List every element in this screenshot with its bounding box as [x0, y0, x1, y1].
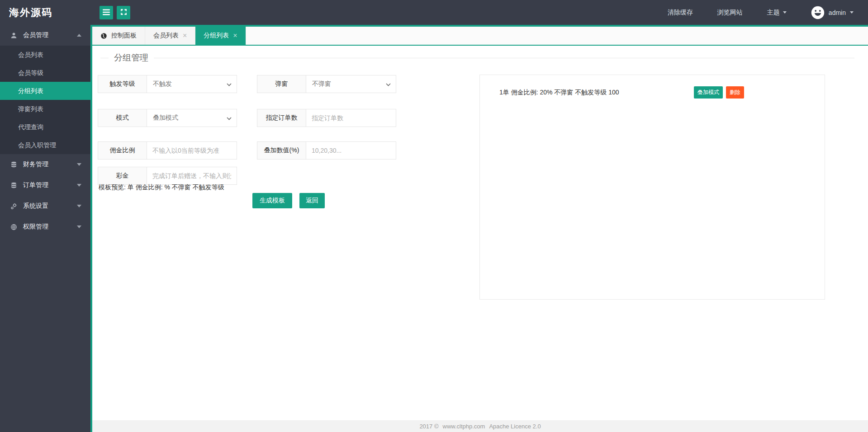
close-icon[interactable]: × — [183, 32, 187, 39]
hamburger-icon — [103, 9, 110, 17]
order-count-input[interactable] — [306, 109, 396, 127]
chevron-down-icon — [77, 225, 81, 228]
sidebar-subitem-member-onboarding[interactable]: 会员入职管理 — [0, 136, 90, 154]
tabbar: 控制面板 会员列表 × 分组列表 × — [92, 27, 868, 46]
field-label: 叠加数值(%) — [257, 142, 306, 159]
user-menu[interactable]: admin — [811, 6, 854, 19]
visit-site-link[interactable]: 浏览网站 — [717, 9, 743, 17]
footer-year: 2017 © — [419, 423, 438, 430]
back-button[interactable]: 返回 — [299, 193, 325, 208]
footer-site-link[interactable]: www.cltphp.com — [443, 423, 485, 430]
database-icon — [10, 182, 17, 189]
popup-select[interactable]: 不弹窗 — [306, 75, 396, 93]
template-list-panel: 1单 佣金比例: 20% 不弹窗 不触发等级 100 叠加模式 删除 — [479, 75, 825, 300]
template-item-text: 1单 佣金比例: 20% 不弹窗 不触发等级 100 — [499, 89, 619, 97]
field-bonus: 彩金 — [98, 167, 237, 185]
field-label: 触发等级 — [98, 75, 147, 93]
footer: 2017 © www.cltphp.com Apache Licence 2.0 — [92, 420, 868, 432]
expand-icon — [120, 9, 127, 17]
globe-icon — [10, 224, 17, 230]
field-mode: 模式 叠加模式 — [98, 109, 237, 127]
stack-mode-button[interactable]: 叠加模式 — [694, 86, 723, 99]
chevron-down-icon — [386, 80, 391, 88]
caret-down-icon — [850, 11, 854, 14]
field-trigger-level: 触发等级 不触发 — [98, 75, 237, 93]
template-preview-text: 模板预览: 单 佣金比例: % 不弹窗 不触发等级 — [99, 183, 224, 192]
sidebar-item-label: 会员管理 — [23, 31, 48, 39]
theme-menu[interactable]: 主题 — [767, 9, 787, 17]
sidebar-subitem-popup-list[interactable]: 弹窗列表 — [0, 100, 90, 118]
member-management-submenu: 会员列表 会员等级 分组列表 弹窗列表 代理查询 会员入职管理 — [0, 46, 90, 154]
select-value: 不触发 — [153, 80, 172, 88]
clear-cache-link[interactable]: 清除缓存 — [668, 9, 693, 17]
chevron-down-icon — [227, 114, 232, 122]
trigger-level-select[interactable]: 不触发 — [147, 75, 237, 93]
tab-label: 控制面板 — [111, 32, 137, 40]
caret-down-icon — [783, 11, 787, 14]
database-icon — [10, 161, 17, 168]
field-label: 彩金 — [98, 167, 147, 184]
page-title: 分组管理 — [109, 52, 154, 64]
field-label: 佣金比例 — [98, 142, 147, 159]
footer-license: Apache Licence 2.0 — [489, 423, 541, 430]
legend-line — [154, 58, 854, 58]
avatar — [811, 6, 825, 19]
stack-value-input[interactable] — [306, 142, 396, 159]
theme-menu-label: 主题 — [767, 9, 780, 17]
template-item: 1单 佣金比例: 20% 不弹窗 不触发等级 100 叠加模式 删除 — [480, 86, 825, 99]
sidebar-item-label: 财务管理 — [23, 160, 48, 169]
tab-dashboard[interactable]: 控制面板 — [92, 27, 145, 45]
gear-icon — [10, 203, 17, 210]
sidebar: 会员管理 会员列表 会员等级 分组列表 弹窗列表 代理查询 会员入职管理 财务管… — [0, 25, 90, 432]
mode-select[interactable]: 叠加模式 — [147, 109, 237, 127]
sidebar-item-system-settings[interactable]: 系统设置 — [0, 196, 90, 216]
app-logo: 海外源码 — [0, 0, 90, 25]
content-area: 控制面板 会员列表 × 分组列表 × 分组管理 触发等级 不触发 — [90, 25, 868, 432]
chevron-down-icon — [77, 205, 81, 207]
globe-icon — [100, 33, 107, 39]
sidebar-item-label: 订单管理 — [23, 181, 48, 189]
commission-rate-input[interactable] — [147, 142, 237, 159]
field-label: 模式 — [98, 109, 147, 127]
field-label: 指定订单数 — [257, 109, 306, 127]
page-title-legend: 分组管理 — [100, 52, 854, 64]
sidebar-subitem-member-level[interactable]: 会员等级 — [0, 64, 90, 82]
sidebar-item-permission-management[interactable]: 权限管理 — [0, 216, 90, 237]
chevron-down-icon — [77, 163, 81, 166]
legend-line — [100, 58, 109, 58]
tab-label: 分组列表 — [204, 32, 229, 40]
topbar: 海外源码 清除缓存 浏览网站 主题 admin — [0, 0, 868, 25]
field-order-count: 指定订单数 — [257, 109, 396, 127]
field-stack-value: 叠加数值(%) — [257, 141, 396, 160]
sidebar-subitem-agent-query[interactable]: 代理查询 — [0, 118, 90, 136]
field-commission-rate: 佣金比例 — [98, 141, 237, 160]
delete-button[interactable]: 删除 — [726, 86, 744, 99]
chevron-down-icon — [77, 184, 81, 187]
tab-group-list[interactable]: 分组列表 × — [195, 27, 246, 45]
sidebar-item-member-management[interactable]: 会员管理 — [0, 25, 90, 46]
bonus-input[interactable] — [147, 167, 237, 184]
generate-template-button[interactable]: 生成模板 — [252, 193, 292, 208]
sidebar-subitem-group-list[interactable]: 分组列表 — [0, 82, 90, 100]
username: admin — [829, 9, 846, 16]
sidebar-item-finance-management[interactable]: 财务管理 — [0, 154, 90, 175]
sidebar-item-order-management[interactable]: 订单管理 — [0, 175, 90, 196]
sidebar-toggle-button[interactable] — [100, 6, 113, 19]
tab-label: 会员列表 — [153, 32, 179, 40]
sidebar-item-label: 系统设置 — [23, 202, 48, 210]
fullscreen-button[interactable] — [117, 6, 130, 19]
field-popup: 弹窗 不弹窗 — [257, 75, 396, 93]
field-label: 弹窗 — [257, 75, 306, 93]
close-icon[interactable]: × — [233, 32, 237, 39]
chevron-up-icon — [77, 34, 81, 37]
sidebar-subitem-member-list[interactable]: 会员列表 — [0, 46, 90, 64]
chevron-down-icon — [227, 80, 232, 88]
select-value: 不弹窗 — [312, 80, 331, 88]
user-icon — [10, 32, 17, 39]
page-body: 分组管理 触发等级 不触发 弹窗 不弹窗 模式 — [92, 47, 868, 432]
sidebar-item-label: 权限管理 — [23, 223, 48, 231]
select-value: 叠加模式 — [153, 114, 178, 122]
tab-member-list[interactable]: 会员列表 × — [145, 27, 195, 45]
